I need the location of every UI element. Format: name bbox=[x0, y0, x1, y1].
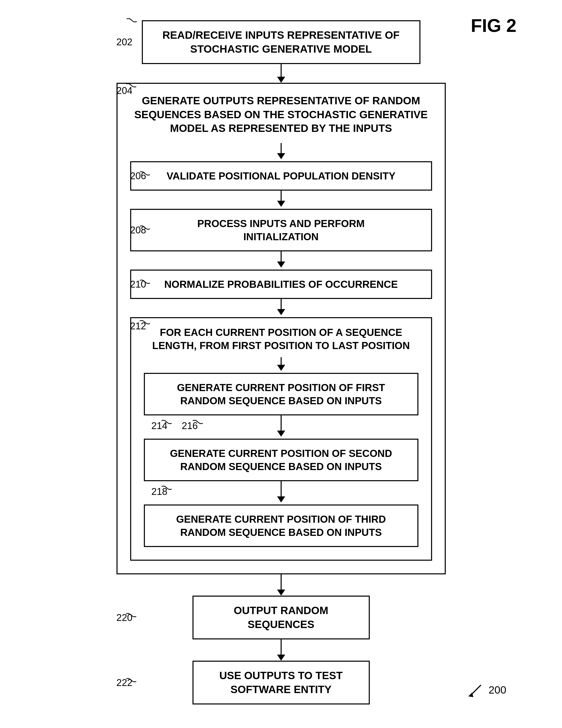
squiggle-210 bbox=[137, 279, 151, 289]
step-208-wrap: 208 PROCESS INPUTS AND PERFORM INITIALIZ… bbox=[130, 209, 432, 251]
squiggle-204 bbox=[124, 83, 137, 94]
box-208-text: PROCESS INPUTS AND PERFORM INITIALIZATIO… bbox=[197, 218, 365, 242]
loop-inner: GENERATE CURRENT POSITION OF FIRST RANDO… bbox=[131, 357, 431, 547]
arrow-inner-4 bbox=[273, 299, 289, 315]
squiggle-218 bbox=[159, 485, 173, 495]
box-206: VALIDATE POSITIONAL POPULATION DENSITY bbox=[130, 161, 432, 191]
box-214: GENERATE CURRENT POSITION OF FIRST RANDO… bbox=[144, 373, 418, 415]
flowchart: 202 READ/RECEIVE INPUTS REPRESENTATIVE O… bbox=[20, 15, 542, 704]
arrow-200 bbox=[466, 682, 486, 698]
squiggle-222 bbox=[124, 678, 137, 688]
arrow-inner-3 bbox=[273, 251, 289, 268]
box-202-text: READ/RECEIVE INPUTS REPRESENTATIVE OF ST… bbox=[162, 29, 400, 55]
ref-202: 202 bbox=[116, 37, 132, 48]
box-208: PROCESS INPUTS AND PERFORM INITIALIZATIO… bbox=[130, 209, 432, 251]
arrow-2 bbox=[104, 574, 458, 596]
fig-label: FIG 2 bbox=[471, 15, 516, 36]
step-214-wrap: GENERATE CURRENT POSITION OF FIRST RANDO… bbox=[144, 373, 418, 415]
step-206-wrap: 206 VALIDATE POSITIONAL POPULATION DENSI… bbox=[130, 161, 432, 191]
squiggle-220 bbox=[124, 613, 137, 623]
arrow-inner-1 bbox=[273, 143, 289, 159]
loop-header-212: FOR EACH CURRENT POSITION OF A SEQUENCE … bbox=[131, 318, 431, 357]
squiggle-206 bbox=[137, 171, 151, 181]
box-216: GENERATE CURRENT POSITION OF SECOND RAND… bbox=[144, 439, 418, 481]
box-220: OUTPUT RANDOM SEQUENCES bbox=[192, 596, 370, 639]
arrow-3 bbox=[104, 639, 458, 661]
box-218-text: GENERATE CURRENT POSITION OF THIRD RANDO… bbox=[176, 514, 386, 538]
ref-200-wrap: 200 bbox=[466, 682, 506, 698]
outer-204-wrap: 204 GENERATE OUTPUTS REPRESENTATIVE OF R… bbox=[104, 83, 458, 574]
step-202-row: 202 READ/RECEIVE INPUTS REPRESENTATIVE O… bbox=[104, 20, 458, 64]
arrow-loop-1 bbox=[273, 357, 289, 371]
arrow-1 bbox=[104, 64, 458, 83]
box-222-text: USE OUTPUTS TO TEST SOFTWARE ENTITY bbox=[219, 670, 343, 695]
step-218-wrap: GENERATE CURRENT POSITION OF THIRD RANDO… bbox=[144, 504, 418, 547]
arrow-inner-2 bbox=[273, 191, 289, 207]
arrow-loop-3-wrap: 218 bbox=[144, 481, 418, 502]
outer-box-204: GENERATE OUTPUTS REPRESENTATIVE OF RANDO… bbox=[116, 83, 446, 574]
squiggle-214 bbox=[159, 419, 173, 430]
squiggle-216 bbox=[190, 419, 204, 430]
box-214-text: GENERATE CURRENT POSITION OF FIRST RANDO… bbox=[177, 382, 385, 406]
step-210-wrap: 210 NORMALIZE PROBABILITIES OF OCCURRENC… bbox=[130, 270, 432, 299]
loop-212-wrap: 212 FOR EACH CURRENT POSITION OF A SEQUE… bbox=[130, 317, 432, 561]
box-216-text: GENERATE CURRENT POSITION OF SECOND RAND… bbox=[170, 448, 392, 472]
squiggle-202 bbox=[124, 18, 137, 28]
box-218: GENERATE CURRENT POSITION OF THIRD RANDO… bbox=[144, 504, 418, 547]
box-206-text: VALIDATE POSITIONAL POPULATION DENSITY bbox=[167, 170, 396, 181]
box-220-text: OUTPUT RANDOM SEQUENCES bbox=[234, 604, 328, 630]
loop-box-212: FOR EACH CURRENT POSITION OF A SEQUENCE … bbox=[130, 317, 432, 561]
squiggle-208 bbox=[137, 225, 151, 235]
ref-200: 200 bbox=[489, 684, 506, 696]
arrow-loop-2-wrap: 214 216 bbox=[144, 415, 418, 437]
step-222-wrap: 222 USE OUTPUTS TO TEST SOFTWARE ENTITY bbox=[104, 661, 458, 704]
box-210: NORMALIZE PROBABILITIES OF OCCURRENCE bbox=[130, 270, 432, 299]
step-220-wrap: 220 OUTPUT RANDOM SEQUENCES bbox=[104, 596, 458, 639]
box-202: READ/RECEIVE INPUTS REPRESENTATIVE OF ST… bbox=[142, 20, 421, 64]
squiggle-212 bbox=[137, 320, 151, 330]
box-210-text: NORMALIZE PROBABILITIES OF OCCURRENCE bbox=[164, 279, 398, 290]
outer-204-text: GENERATE OUTPUTS REPRESENTATIVE OF RANDO… bbox=[134, 94, 428, 143]
box-222: USE OUTPUTS TO TEST SOFTWARE ENTITY bbox=[192, 661, 370, 704]
step-216-wrap: GENERATE CURRENT POSITION OF SECOND RAND… bbox=[144, 439, 418, 481]
